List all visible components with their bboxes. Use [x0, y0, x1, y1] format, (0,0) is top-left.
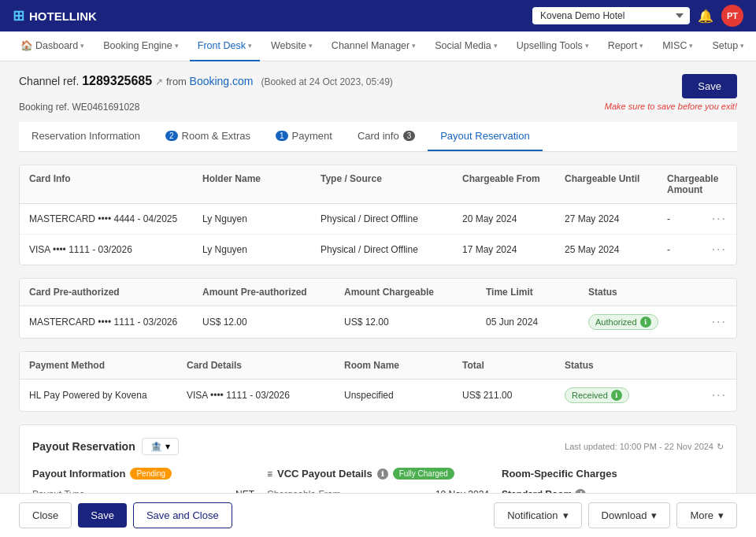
pending-badge: Pending — [130, 468, 172, 480]
channel-header: Channel ref. 1289325685 ↗ from Booking.c… — [19, 74, 737, 98]
table-row: HL Pay Powered by Kovena VISA •••• 1111 … — [20, 380, 736, 411]
preauth-header-row: Card Pre-authorized Amount Pre-authorize… — [20, 279, 736, 306]
channel-title-area: Channel ref. 1289325685 ↗ from Booking.c… — [19, 74, 393, 88]
close-button[interactable]: Close — [19, 502, 72, 528]
info-icon: ℹ — [377, 468, 388, 480]
card-row-actions: - ··· — [667, 212, 727, 226]
info-icon: ℹ — [611, 390, 622, 401]
tab-payout-reservation[interactable]: Payout Reservation — [428, 122, 542, 151]
info-icon: ℹ — [640, 317, 651, 328]
chevron-down-icon: ▾ — [718, 509, 724, 521]
room-extras-badge: 2 — [165, 131, 178, 141]
nav-item-social-media[interactable]: Social Media ▾ — [427, 31, 506, 61]
table-row: MASTERCARD •••• 4444 - 04/2025 Ly Nguyen… — [20, 204, 736, 235]
payout-header: Payout Reservation 🏦 ▾ Last updated: 10:… — [32, 438, 724, 455]
channel-ref-number: 1289325685 — [82, 74, 152, 87]
card-info-table: Card Info Holder Name Type / Source Char… — [19, 165, 737, 265]
payout-info-title: Payout Information Pending — [32, 468, 254, 480]
chevron-down-icon: ▾ — [563, 509, 569, 521]
nav-item-dasboard[interactable]: 🏠 Dasboard ▾ — [13, 31, 92, 61]
nav-item-channel-manager[interactable]: Channel Manager ▾ — [324, 31, 424, 61]
tab-payment[interactable]: 1 Payment — [263, 122, 345, 151]
card-info-badge: 3 — [403, 131, 416, 141]
nav-item-report[interactable]: Report ▾ — [600, 31, 652, 61]
tab-reservation-information[interactable]: Reservation Information — [19, 122, 153, 151]
booking-ref: Booking ref. WE0461691028 Make sure to s… — [19, 102, 737, 113]
more-button[interactable]: More ▾ — [676, 502, 737, 528]
chevron-down-icon: ▾ — [585, 42, 589, 50]
notification-bell-icon[interactable]: 🔔 — [698, 9, 713, 24]
chevron-down-icon: ▾ — [639, 42, 643, 50]
payout-emoji-button[interactable]: 🏦 ▾ — [142, 438, 179, 455]
save-warning: Make sure to save before you exit! — [605, 102, 737, 111]
chevron-down-icon: ▾ — [651, 509, 657, 521]
chevron-down-icon: ▾ — [689, 42, 693, 50]
row-menu-icon[interactable]: ··· — [712, 315, 727, 329]
main-content: Channel ref. 1289325685 ↗ from Booking.c… — [0, 61, 756, 537]
top-header: ⊞ HOTELLINK Kovena Demo Hotel 🔔 PT — [0, 0, 756, 31]
chevron-down-icon: ▾ — [309, 42, 313, 50]
logo: ⊞ HOTELLINK — [13, 7, 97, 24]
chevron-down-icon: ▾ — [494, 42, 498, 50]
chevron-down-icon: ▾ — [248, 42, 252, 50]
house-icon: 🏠 — [20, 39, 33, 51]
row-menu-icon[interactable]: ··· — [712, 212, 727, 226]
nav-item-upselling-tools[interactable]: Upselling Tools ▾ — [509, 31, 597, 61]
chevron-down-icon: ▾ — [165, 441, 170, 452]
nav-item-misc[interactable]: MISC ▾ — [654, 31, 701, 61]
chevron-down-icon: ▾ — [80, 42, 84, 50]
logo-text: HOTELLINK — [29, 9, 97, 23]
payment-header-row: Payment Method Card Details Room Name To… — [20, 352, 736, 380]
nav-item-booking-engine[interactable]: Booking Engine ▾ — [95, 31, 187, 61]
logo-icon: ⊞ — [13, 7, 24, 24]
chevron-down-icon: ▾ — [740, 42, 744, 50]
header-right: Kovena Demo Hotel 🔔 PT — [532, 5, 743, 27]
payment-table: Payment Method Card Details Room Name To… — [19, 351, 737, 412]
preauth-row-actions: Authorized ℹ ··· — [588, 314, 727, 330]
tabs-bar: Reservation Information 2 Room & Extras … — [19, 122, 737, 152]
tab-room-extras[interactable]: 2 Room & Extras — [153, 122, 263, 151]
status-badge: Received ℹ — [565, 387, 629, 403]
row-menu-icon[interactable]: ··· — [712, 243, 727, 257]
avatar[interactable]: PT — [721, 5, 743, 27]
card-info-header-row: Card Info Holder Name Type / Source Char… — [20, 165, 736, 204]
table-row: VISA •••• 1111 - 03/2026 Ly Nguyen Physi… — [20, 235, 736, 265]
card-row-actions-2: - ··· — [667, 243, 727, 257]
chevron-down-icon: ▾ — [412, 42, 416, 50]
preauth-table: Card Pre-authorized Amount Pre-authorize… — [19, 278, 737, 339]
footer-left: Close Save Save and Close — [19, 502, 232, 528]
external-link-icon[interactable]: ↗ — [155, 76, 163, 87]
row-menu-icon[interactable]: ··· — [712, 388, 727, 402]
bank-icon: 🏦 — [150, 441, 162, 452]
notification-button[interactable]: Notification ▾ — [494, 502, 581, 528]
nav-item-website[interactable]: Website ▾ — [263, 31, 321, 61]
status-badge: Authorized ℹ — [588, 314, 658, 330]
table-row: MASTERCARD •••• 1111 - 03/2026 US$ 12.00… — [20, 306, 736, 338]
fully-charged-badge: Fully Charged — [393, 468, 454, 480]
last-updated: Last updated: 10:00 PM - 22 Nov 2024 ↻ — [565, 442, 724, 452]
channel-title: Channel ref. 1289325685 ↗ from Booking.c… — [19, 74, 393, 88]
channel-source: Booking.com — [190, 75, 254, 87]
footer-bar: Close Save Save and Close Notification ▾… — [0, 493, 756, 537]
refresh-icon[interactable]: ↻ — [717, 442, 724, 452]
save-close-button[interactable]: Save and Close — [133, 502, 232, 528]
nav-item-front-desk[interactable]: Front Desk ▾ — [190, 31, 260, 61]
vcc-payout-title: ≡ VCC Payout Details ℹ Fully Charged — [267, 468, 489, 480]
tab-card-info[interactable]: Card info 3 — [345, 122, 428, 151]
save-button[interactable]: Save — [682, 74, 737, 98]
nav-item-setup[interactable]: Setup ▾ — [704, 31, 752, 61]
footer-right: Notification ▾ Download ▾ More ▾ — [494, 502, 737, 528]
save-footer-button[interactable]: Save — [78, 503, 127, 528]
download-button[interactable]: Download ▾ — [588, 502, 671, 528]
nav-bar: 🏠 Dasboard ▾ Booking Engine ▾ Front Desk… — [0, 31, 756, 61]
channel-date: (Booked at 24 Oct 2023, 05:49) — [261, 76, 392, 87]
room-charges-title: Room-Specific Charges — [502, 468, 724, 480]
payment-badge: 1 — [276, 131, 288, 141]
payment-row-actions: Received ℹ ··· — [565, 387, 727, 403]
payout-title: Payout Reservation 🏦 ▾ — [32, 438, 179, 455]
hotel-select[interactable]: Kovena Demo Hotel — [532, 7, 690, 24]
chevron-down-icon: ▾ — [175, 42, 179, 50]
